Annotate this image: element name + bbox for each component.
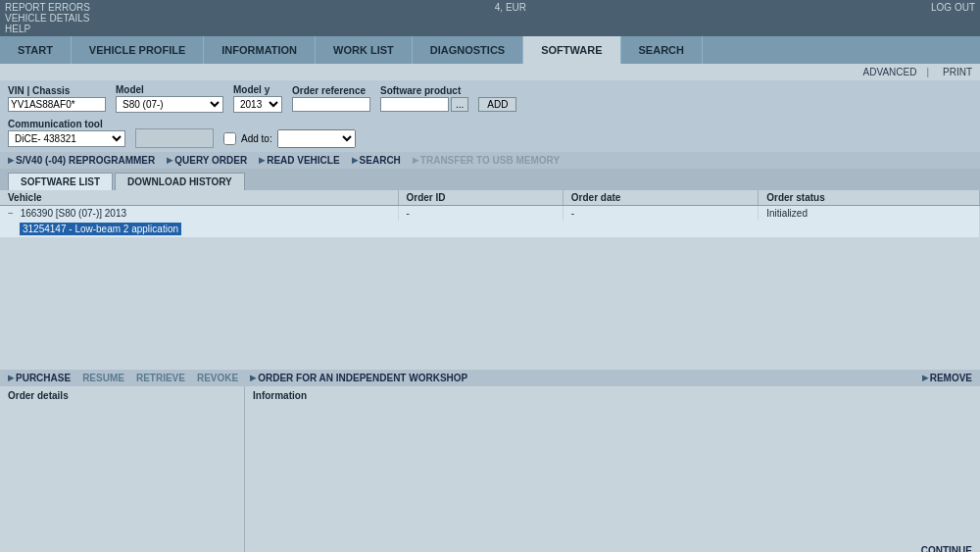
add-button[interactable]: ADD: [478, 97, 516, 112]
cell-order-date: -: [563, 206, 758, 222]
transfer-button: TRANSFER TO USB MEMORY: [413, 155, 560, 166]
bottom-action-bar: PURCHASE RESUME RETRIEVE REVOKE ORDER FO…: [0, 370, 980, 386]
tab-software-list[interactable]: SOFTWARE LIST: [8, 173, 113, 190]
model-group: Model S80 (07-): [116, 84, 223, 113]
logout-button[interactable]: LOG OUT: [931, 2, 975, 13]
table-header-row: Vehicle Order ID Order date Order status: [0, 190, 980, 206]
form-row-2: Communication tool DiCE- 438321 Add to:: [8, 117, 972, 148]
order-ref-input[interactable]: [292, 97, 370, 112]
model-select[interactable]: S80 (07-): [116, 96, 223, 113]
vin-group: VIN | Chassis: [8, 85, 106, 112]
top-bar-links: REPORT ERRORS VEHICLE DETAILS HELP: [5, 2, 90, 34]
remove-button[interactable]: REMOVE: [922, 373, 972, 383]
software-product-label: Software product: [380, 85, 468, 96]
read-vehicle-button[interactable]: READ VEHICLE: [259, 155, 339, 166]
add-to-label: Add to:: [241, 133, 272, 144]
logout-area: LOG OUT: [931, 2, 975, 13]
purchase-button[interactable]: PURCHASE: [8, 373, 71, 383]
top-bar: REPORT ERRORS VEHICLE DETAILS HELP 4, EU…: [0, 0, 980, 36]
action-bar: S/V40 (-04) REPROGRAMMER QUERY ORDER REA…: [0, 152, 980, 169]
model-label: Model: [116, 84, 223, 95]
table-section: Vehicle Order ID Order date Order status…: [0, 190, 980, 370]
tabs-bar: SOFTWARE LIST DOWNLOAD HISTORY: [0, 169, 980, 190]
nav-bar: START VEHICLE PROFILE INFORMATION WORK L…: [0, 36, 980, 64]
software-product-input[interactable]: [380, 97, 449, 112]
nav-search[interactable]: SEARCH: [621, 36, 703, 64]
resume-label: RESUME: [82, 373, 124, 383]
comm-tool-select[interactable]: DiCE- 438321: [8, 130, 125, 147]
bottom-panels: Order details Information CONTINUE: [0, 386, 980, 553]
model-year-select[interactable]: 2013: [233, 96, 282, 113]
report-errors-link[interactable]: REPORT ERRORS: [5, 2, 90, 13]
col-order-date: Order date: [563, 190, 758, 206]
main-content: ADVANCED | PRINT VIN | Chassis Model S80…: [0, 64, 980, 552]
information-panel: Information CONTINUE: [245, 386, 980, 553]
separator: |: [926, 67, 929, 77]
nav-work-list[interactable]: WORK LIST: [316, 36, 413, 64]
form-area: VIN | Chassis Model S80 (07-) Model y 20…: [0, 80, 980, 152]
advanced-button[interactable]: ADVANCED: [863, 67, 917, 77]
cell-order-status: Initialized: [759, 206, 980, 222]
col-order-id: Order ID: [398, 190, 563, 206]
continue-button[interactable]: CONTINUE: [921, 545, 972, 552]
software-product-group: Software product ...: [380, 85, 468, 112]
cell-order-id: -: [398, 206, 563, 222]
nav-software[interactable]: SOFTWARE: [523, 36, 620, 64]
table-row-software[interactable]: 31254147 - Low-beam 2 application: [0, 221, 980, 237]
software-table: Vehicle Order ID Order date Order status…: [0, 190, 980, 237]
add-to-select[interactable]: [277, 129, 356, 148]
search-button[interactable]: SEARCH: [352, 155, 401, 166]
form-row-1: VIN | Chassis Model S80 (07-) Model y 20…: [8, 84, 972, 113]
nav-vehicle-profile[interactable]: VEHICLE PROFILE: [72, 36, 204, 64]
software-browse-button[interactable]: ...: [451, 97, 468, 112]
vin-input[interactable]: [8, 97, 106, 112]
reprogrammer-button[interactable]: S/V40 (-04) REPROGRAMMER: [8, 155, 155, 166]
col-order-status: Order status: [759, 190, 980, 206]
retrieve-label: RETRIEVE: [136, 373, 185, 383]
comm-tool-label: Communication tool: [8, 119, 125, 129]
add-to-checkbox[interactable]: [223, 132, 236, 145]
model-year-group: Model y 2013: [233, 84, 282, 113]
order-ref-label: Order reference: [292, 85, 370, 96]
cell-vehicle: − 166390 [S80 (07-)] 2013: [0, 206, 398, 222]
nav-diagnostics[interactable]: DIAGNOSTICS: [413, 36, 523, 64]
nav-information[interactable]: INFORMATION: [204, 36, 316, 64]
query-order-button[interactable]: QUERY ORDER: [167, 155, 247, 166]
order-ref-group: Order reference: [292, 85, 370, 112]
table-row[interactable]: − 166390 [S80 (07-)] 2013 - - Initialize…: [0, 206, 980, 222]
tab-download-history[interactable]: DOWNLOAD HISTORY: [115, 173, 245, 190]
model-year-label: Model y: [233, 84, 282, 95]
order-details-panel: Order details: [0, 386, 245, 553]
order-details-title: Order details: [8, 390, 236, 401]
add-to-group: Add to:: [223, 129, 356, 148]
toolbar: ADVANCED | PRINT: [0, 64, 980, 80]
nav-start[interactable]: START: [0, 36, 72, 64]
vehicle-details-link[interactable]: VEHICLE DETAILS: [5, 13, 90, 24]
col-vehicle: Vehicle: [0, 190, 398, 206]
comm-tool-group: Communication tool DiCE- 438321: [8, 119, 125, 147]
information-title: Information: [253, 390, 972, 401]
vin-label: VIN | Chassis: [8, 85, 106, 96]
cell-software: 31254147 - Low-beam 2 application: [0, 221, 980, 237]
revoke-label: REVOKE: [197, 373, 238, 383]
print-button[interactable]: PRINT: [943, 67, 972, 77]
help-link[interactable]: HELP: [5, 24, 90, 34]
currency-display: 4, EUR: [495, 2, 526, 13]
order-independent-button[interactable]: ORDER FOR AN INDEPENDENT WORKSHOP: [250, 373, 467, 383]
